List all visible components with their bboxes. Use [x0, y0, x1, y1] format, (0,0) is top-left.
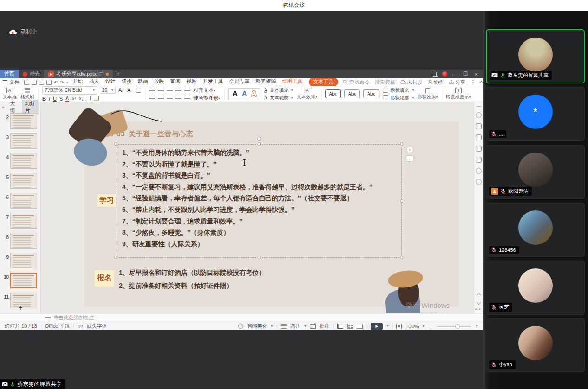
help-icon[interactable]: [476, 168, 482, 174]
notes-bar[interactable]: 单击此处添加备注: [0, 313, 483, 322]
wordart-style-black[interactable]: A: [232, 89, 238, 99]
menu-view[interactable]: 视图: [187, 78, 197, 86]
menu-member[interactable]: 会员专享: [229, 78, 250, 86]
missing-font-label[interactable]: 缺失字体: [87, 323, 107, 330]
restore-button[interactable]: ❐: [462, 71, 469, 77]
bold-button[interactable]: B: [42, 96, 46, 102]
scroll-up-icon[interactable]: [477, 293, 481, 298]
close-button[interactable]: ×: [473, 71, 479, 77]
reading-view-icon[interactable]: [357, 324, 363, 329]
menu-start[interactable]: 开始: [73, 78, 83, 86]
line-spacing-icon[interactable]: [184, 96, 190, 100]
slide-layout-icon[interactable]: [476, 146, 482, 152]
slide-thumbnail-10-selected[interactable]: [10, 273, 37, 288]
menu-docer-res[interactable]: 稻壳资源: [256, 78, 276, 86]
redo-icon[interactable]: ↷: [60, 80, 64, 85]
tab-docer[interactable]: 稻壳: [19, 70, 44, 78]
pin-tab-icon[interactable]: [99, 72, 103, 76]
slide-canvas[interactable]: PART 03关于避一些雷与心态 1、“不要用身体的勤劳来代替大脑的洗脑。” 2…: [41, 102, 474, 313]
slide-thumbnail-4[interactable]: [10, 153, 37, 169]
italic-button[interactable]: I: [49, 96, 50, 102]
more-menu-icon[interactable]: ⋮: [471, 79, 476, 85]
rotate-handle[interactable]: [257, 137, 261, 141]
notes-toggle-label[interactable]: 备注: [291, 323, 301, 330]
style-brush-icon[interactable]: [476, 112, 482, 118]
justify-icon[interactable]: [175, 96, 181, 100]
tab-document[interactable]: P 考研分享cdw.pptx: [44, 70, 113, 78]
zoom-out-button[interactable]: —: [428, 324, 433, 329]
new-tab-button[interactable]: +: [113, 70, 124, 78]
highlight-icon[interactable]: [94, 96, 99, 101]
zoom-slider-knob[interactable]: [455, 324, 460, 329]
increase-font-icon[interactable]: A⁺: [118, 87, 124, 93]
slide-thumbnail-7[interactable]: [10, 213, 37, 229]
comment-label[interactable]: 批注: [319, 323, 330, 330]
number-list-icon[interactable]: [158, 88, 164, 92]
slide-thumbnail-5[interactable]: [10, 173, 37, 189]
participant-tile[interactable]: 欧阳楚洁: [486, 145, 585, 199]
menu-transition[interactable]: 切换: [122, 78, 132, 86]
menu-draw-tools[interactable]: 绘图工具: [282, 78, 303, 86]
shape-fill-dropdown[interactable]: 形状填充▾: [383, 87, 414, 94]
more-tools-icon[interactable]: •••: [475, 307, 481, 312]
export-icon[interactable]: [32, 80, 37, 85]
share-button[interactable]: 分享: [449, 79, 465, 86]
decrease-indent-icon[interactable]: [167, 88, 173, 92]
align-left-icon[interactable]: [149, 96, 155, 100]
shape-style-3[interactable]: Abc: [363, 89, 379, 98]
print-preview-icon[interactable]: [46, 80, 52, 85]
participant-tile[interactable]: 灵芝: [486, 261, 585, 315]
shape-effect-dropdown[interactable]: 形状效果▾: [418, 88, 438, 100]
sync-status[interactable]: 未同步: [400, 79, 423, 86]
file-menu[interactable]: 文件: [3, 79, 19, 86]
text-outline-dropdown[interactable]: A文本轮廓▾: [264, 95, 293, 101]
menu-slideshow[interactable]: 放映: [154, 78, 164, 86]
tab-outline[interactable]: 大纲: [7, 100, 19, 115]
settings-gear-icon[interactable]: [476, 179, 482, 185]
format-painter-tool[interactable]: 格式刷: [20, 88, 34, 100]
layout-switch-icon[interactable]: [433, 72, 438, 77]
font-name-select[interactable]: 思源黑体 CN Bold▾: [42, 86, 97, 95]
decrease-font-icon[interactable]: A⁻: [127, 87, 133, 93]
slide-sorter-view-icon[interactable]: [347, 324, 353, 329]
normal-view-icon[interactable]: [337, 324, 343, 329]
textbox-tool[interactable]: A 文本框: [3, 88, 17, 100]
shape-style-2[interactable]: Abc: [344, 89, 360, 98]
selection-handle[interactable]: [400, 199, 403, 203]
slide-thumbnail-6[interactable]: [10, 193, 37, 209]
slide-thumbnail-8[interactable]: [10, 233, 37, 249]
to-smartart-dropdown[interactable]: 转智能图形▾: [193, 95, 220, 102]
slide-thumbnail-2[interactable]: [10, 113, 37, 129]
image-library-icon[interactable]: [476, 157, 482, 163]
text-direction-icon[interactable]: [184, 88, 190, 92]
strike-button[interactable]: S: [59, 96, 63, 102]
to-diagram-dropdown[interactable]: T 转换成图示▾: [446, 88, 471, 100]
strip-grip-icon[interactable]: [476, 105, 481, 107]
menu-animation[interactable]: 动画: [138, 78, 148, 86]
participant-tile[interactable]: 小yan: [486, 318, 585, 372]
command-search[interactable]: 查找命令、搜索模板: [343, 79, 395, 86]
clear-format-icon[interactable]: [136, 88, 141, 93]
subscript-button[interactable]: X₂: [79, 96, 84, 101]
quick-add-button[interactable]: +: [407, 147, 413, 153]
selection-handle[interactable]: [258, 256, 261, 259]
collaborate-button[interactable]: 协作: [428, 79, 444, 86]
zoom-level[interactable]: 100%: [406, 324, 419, 329]
align-center-icon[interactable]: [158, 96, 164, 100]
undo-icon[interactable]: ↶: [54, 80, 58, 85]
wordart-style-orange[interactable]: A: [251, 89, 257, 99]
menu-text-tools[interactable]: 文本工具: [309, 78, 338, 86]
selection-handle[interactable]: [114, 256, 117, 259]
theme-name[interactable]: Office 主题: [45, 323, 70, 330]
print-icon[interactable]: [39, 80, 44, 85]
object-properties-icon[interactable]: [476, 123, 482, 129]
menu-review[interactable]: 审阅: [170, 78, 181, 86]
font-color-button[interactable]: A: [65, 96, 69, 102]
add-slide-button[interactable]: +: [0, 303, 41, 312]
zoom-in-button[interactable]: +: [475, 323, 478, 330]
smart-beautify-label[interactable]: 智能美化: [247, 323, 267, 330]
shape-style-1[interactable]: Abc: [325, 89, 341, 98]
signup-label[interactable]: 报名: [95, 270, 114, 287]
collapse-panel-icon[interactable]: «: [2, 104, 5, 110]
tab-home[interactable]: 首页: [0, 70, 19, 78]
